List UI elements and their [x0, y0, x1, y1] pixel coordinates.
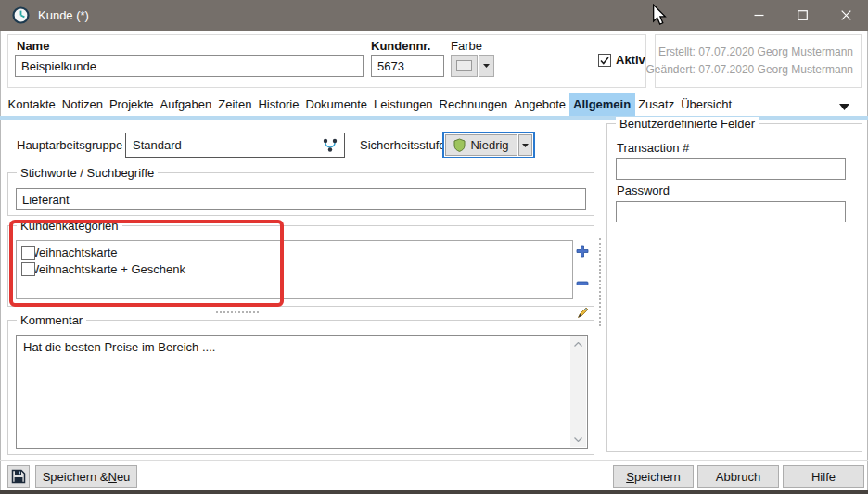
farbe-label: Farbe: [451, 39, 482, 53]
tab-rechnungen[interactable]: Rechnungen: [436, 93, 511, 116]
speichern-button[interactable]: Speichern: [613, 465, 694, 488]
button-label: Hilfe: [811, 470, 836, 484]
sicherheitsstufe-arrow-button[interactable]: [518, 134, 532, 156]
kundennr-input[interactable]: [371, 55, 444, 77]
chevron-down-icon: [483, 64, 490, 68]
vertical-splitter-grip[interactable]: [599, 238, 601, 326]
button-label: N: [108, 470, 116, 484]
abbruch-button[interactable]: Abbruch: [697, 465, 779, 488]
add-category-button[interactable]: [576, 245, 589, 260]
kundenkategorien-list[interactable]: Weihnachtskarte Weihnachtskarte + Gesche…: [16, 240, 573, 299]
stichworte-group: Stichworte / Suchbegriffe: [7, 172, 594, 216]
aktiv-checkbox[interactable]: [598, 54, 611, 67]
workgroup-icon[interactable]: [321, 137, 339, 157]
chevron-up-icon: [574, 342, 582, 347]
remove-category-button[interactable]: [576, 275, 589, 289]
sicherheitsstufe-button[interactable]: Niedrig: [445, 134, 517, 156]
name-label: Name: [17, 39, 49, 53]
benutzerdefinierte-felder-legend: Benutzerdefinierte Felder: [616, 117, 759, 131]
chevron-down-icon: [839, 104, 849, 110]
footer-separator: [0, 460, 868, 461]
check-icon: [600, 57, 609, 65]
modified-text: Geändert: 07.07.2020 Georg Mustermann: [646, 61, 853, 79]
scroll-down-button[interactable]: [570, 432, 586, 447]
tab-uebersicht[interactable]: Übersicht: [678, 93, 735, 116]
tab-angebote[interactable]: Angebote: [511, 93, 569, 116]
tab-historie[interactable]: Historie: [255, 93, 302, 116]
scrollbar[interactable]: [570, 336, 586, 447]
edit-pencil-icon: [576, 306, 590, 320]
farbe-swatch-button[interactable]: [451, 55, 478, 77]
window-title: Kunde (*): [38, 8, 89, 22]
category-label: Weihnachtskarte + Geschenk: [28, 262, 185, 276]
kommentar-legend: Kommentar: [17, 313, 86, 327]
tab-allgemein[interactable]: Allgemein: [569, 93, 635, 116]
aktiv-label: Aktiv: [616, 53, 645, 67]
tab-dokumente[interactable]: Dokumente: [302, 93, 370, 116]
tab-notizen[interactable]: Notizen: [58, 93, 106, 116]
button-label: S: [626, 470, 634, 484]
save-icon-button[interactable]: [7, 465, 30, 488]
name-input[interactable]: [15, 55, 364, 77]
sicherheitsstufe-dropdown[interactable]: Niedrig: [442, 132, 535, 158]
minimize-button[interactable]: [737, 0, 781, 31]
close-button[interactable]: [824, 0, 868, 31]
tab-overflow-button[interactable]: [839, 99, 849, 113]
button-label: Abbruch: [716, 470, 760, 484]
stichworte-legend: Stichworte / Suchbegriffe: [17, 166, 158, 180]
speichern-neu-button[interactable]: Speichern & Neu: [35, 465, 137, 488]
button-label: peichern: [634, 470, 681, 484]
password-input[interactable]: [616, 201, 846, 222]
password-label: Password: [617, 184, 670, 197]
kundenkategorien-group: Kundenkategorien Weihnachtskarte Weihnac…: [7, 225, 594, 307]
created-text: Erstellt: 07.07.2020 Georg Mustermann: [658, 44, 853, 61]
minus-icon: [576, 281, 589, 286]
sicherheitsstufe-value: Niedrig: [470, 138, 508, 152]
titlebar: Kunde (*): [0, 0, 868, 31]
hauptarbeitsgruppe-label: Hauptarbeitsgruppe: [17, 138, 122, 152]
list-item[interactable]: Weihnachtskarte + Geschenk: [17, 260, 572, 277]
plus-icon: [576, 245, 589, 258]
category-checkbox[interactable]: [21, 262, 35, 276]
app-clock-icon: [12, 6, 30, 24]
save-floppy-icon: [11, 469, 26, 484]
tab-projekte[interactable]: Projekte: [106, 93, 157, 116]
button-label: eu: [117, 470, 130, 484]
category-label: Weihnachtskarte: [28, 246, 118, 260]
tab-leistungen[interactable]: Leistungen: [370, 93, 436, 116]
kundennr-label: Kundennr.: [371, 39, 430, 53]
hauptarbeitsgruppe-field[interactable]: Standard: [125, 133, 345, 158]
maximize-button[interactable]: [781, 0, 824, 31]
button-label: Speichern &: [43, 470, 108, 484]
list-item[interactable]: Weihnachtskarte: [17, 244, 572, 260]
scroll-up-button[interactable]: [570, 336, 586, 351]
kommentar-group: Kommentar Hat die besten Preise im Berei…: [7, 320, 594, 455]
tab-aufgaben[interactable]: Aufgaben: [157, 93, 215, 116]
tab-zusatz[interactable]: Zusatz: [635, 93, 678, 116]
transaction-label: Transaction #: [617, 141, 689, 155]
tab-zeiten[interactable]: Zeiten: [215, 93, 255, 116]
tab-kontakte[interactable]: Kontakte: [5, 93, 58, 116]
chevron-down-icon: [574, 437, 582, 442]
hilfe-button[interactable]: Hilfe: [783, 465, 864, 488]
tab-bar: Kontakte Notizen Projekte Aufgaben Zeite…: [0, 93, 868, 116]
benutzerdefinierte-felder-group: Benutzerdefinierte Felder Transaction # …: [606, 123, 862, 452]
chevron-down-icon: [522, 144, 529, 147]
hauptarbeitsgruppe-value: Standard: [133, 138, 182, 152]
horizontal-splitter-grip[interactable]: [216, 311, 259, 313]
shield-icon: [453, 138, 466, 152]
transaction-input[interactable]: [616, 158, 846, 180]
farbe-dropdown-button[interactable]: [479, 55, 494, 77]
window-bottom-border: [0, 490, 868, 494]
color-swatch: [456, 60, 472, 71]
category-checkbox[interactable]: [21, 246, 35, 260]
sicherheitsstufe-label: Sicherheitsstufe: [360, 138, 446, 152]
stichworte-input[interactable]: [16, 188, 586, 210]
kunde-window: Kunde (*) Name Kundennr. Farbe Aktiv Ers…: [0, 0, 868, 494]
kundenkategorien-legend: Kundenkategorien: [17, 219, 122, 233]
kommentar-textarea[interactable]: Hat die besten Preise im Bereich ....: [17, 336, 570, 448]
audit-panel: Erstellt: 07.07.2020 Georg Mustermann Ge…: [655, 34, 862, 88]
